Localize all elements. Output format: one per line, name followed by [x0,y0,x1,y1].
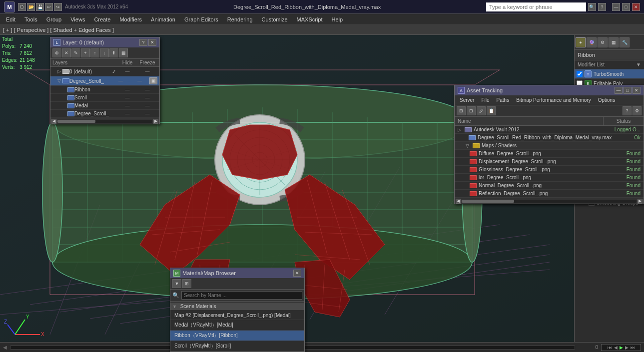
at-tool-2[interactable]: ⊡ [467,106,476,115]
at-maximize-button[interactable]: □ [624,87,632,94]
at-scroll-left[interactable]: ◀ [456,199,461,204]
at-minimize-button[interactable]: — [615,87,623,94]
rtool-2[interactable]: 🔮 [587,37,597,47]
undo-button[interactable]: ↩ [45,3,53,11]
layer-row-scroll[interactable]: Scroll — — [50,94,159,102]
menu-rendering[interactable]: Rendering [223,15,257,23]
play-next-button[interactable]: ▶ [625,345,629,350]
open-button[interactable]: 📂 [27,3,35,11]
new-button[interactable]: 🗋 [18,3,26,11]
asset-tracking-titlebar[interactable]: A Asset Tracking — □ ✕ [455,85,644,95]
layer-row-degree-scroll[interactable]: ▽ Degree_Scroll_ — — ▣ [50,76,159,86]
menu-create[interactable]: Create [90,15,114,23]
at-menu-file[interactable]: File [478,96,492,104]
mat-tool-2[interactable]: ⊞ [182,279,191,288]
play-prev-button[interactable]: ◀ [614,345,618,350]
at-menu-paths[interactable]: Paths [494,96,513,104]
layer-tool-1[interactable]: ⊕ [52,48,61,57]
rtool-4[interactable]: ▦ [609,37,619,47]
at-help-button[interactable]: ? [623,106,632,115]
at-menu-bitmap[interactable]: Bitmap Performance and Memory [513,96,594,104]
mat-item-scroll[interactable]: Scroll（VRayMtl）[Scroll] [170,341,304,352]
asset-tracking-scrollbar[interactable]: ◀ ▶ [455,198,644,204]
close-button[interactable]: ✕ [632,3,640,11]
mat-item-ribbon[interactable]: Ribbon（VRayMtl）[Ribbon] [170,331,304,341]
menu-group[interactable]: Group [42,15,66,23]
at-tool-4[interactable]: 📋 [487,106,496,115]
layer-check-degree[interactable] [104,77,111,84]
at-scroll-right[interactable]: ▶ [638,199,643,204]
modifier-list-dropdown[interactable]: ▼ [636,62,641,67]
search-input[interactable] [486,2,586,11]
menu-maxscript[interactable]: MAXScript [293,15,327,23]
help-button[interactable]: ? [598,3,606,11]
modifier-turbosmooth[interactable]: T TurboSmooth [575,69,644,79]
layer-row-ribbon[interactable]: Ribbon — — [50,86,159,94]
material-search-input[interactable] [181,291,302,300]
maximize-button[interactable]: □ [622,3,630,11]
layer-row-default[interactable]: ▷ 0 (default) ✓ — — [50,67,159,76]
at-tool-3[interactable]: 🖊 [477,106,486,115]
at-row-displacement[interactable]: Displacement_Degree_Scroll_.png Found [455,158,644,166]
at-menu-server[interactable]: Server [457,96,477,104]
layers-close-button[interactable]: ✕ [148,39,156,46]
at-row-glossiness[interactable]: Glossiness_Degree_Scroll_.png Found [455,166,644,174]
playback-controls[interactable]: ⏮ ◀ ▶ ▶ ⏭ [601,344,641,351]
menu-views[interactable]: Views [66,15,89,23]
at-scroll-track[interactable] [462,200,637,203]
layer-tool-2[interactable]: ✕ [62,48,71,57]
scroll-left-arrow[interactable]: ◀ [51,119,56,124]
scroll-right-arrow[interactable]: ▶ [153,119,158,124]
mat-item-displacement[interactable]: Map #2 (Displacement_Degree_Scroll_.png)… [170,311,304,320]
save-button[interactable]: 💾 [36,3,44,11]
at-row-ior[interactable]: ior_Degree_Scroll_.png Found [455,174,644,182]
menu-modifiers[interactable]: Modifiers [115,15,146,23]
scroll-thumb[interactable] [57,120,95,123]
minimize-button[interactable]: — [612,3,620,11]
rtool-5[interactable]: 🔧 [620,37,630,47]
layer-row-degree-scroll2[interactable]: Degree_Scroll_ — — [50,110,159,118]
at-row-reflection[interactable]: Reflection_Degree_Scroll_.png Found [455,190,644,198]
menu-animation[interactable]: Animation [147,15,179,23]
play-first-button[interactable]: ⏮ [608,345,612,350]
at-row-file[interactable]: Degree_Scroll_Red_Ribbon_with_Diploma_Me… [455,134,644,142]
play-last-button[interactable]: ⏭ [631,345,635,350]
layer-tool-5[interactable]: ↑ [90,48,99,57]
layer-expand-degree[interactable]: ▽ [57,78,62,83]
layer-tool-3[interactable]: ✎ [71,48,80,57]
modifier-turbosmooth-checkbox[interactable] [577,71,583,77]
at-row-normal[interactable]: Normal_Degree_Scroll_.png Found [455,182,644,190]
scroll-track[interactable] [57,120,152,123]
menu-customize[interactable]: Customize [258,15,292,23]
mat-tool-1[interactable]: ▼ [172,279,181,288]
layer-expand-default[interactable]: ▷ [57,69,62,74]
at-row-maps-group[interactable]: ▽ Maps / Shaders [455,142,644,150]
rtool-3[interactable]: ⚙ [598,37,608,47]
at-tool-1[interactable]: ⊞ [457,106,466,115]
redo-button[interactable]: ↪ [54,3,62,11]
at-close-button[interactable]: ✕ [633,87,641,94]
at-row-diffuse[interactable]: Diffuse_Degree_Scroll_.png Found [455,150,644,158]
layers-help-button[interactable]: ? [139,39,147,46]
play-button[interactable]: ▶ [620,345,623,350]
menu-edit[interactable]: Edit [2,15,19,23]
layers-dialog-titlebar[interactable]: L Layer: 0 (default) ? ✕ [50,37,159,47]
layer-tool-6[interactable]: ↓ [100,48,109,57]
material-browser-titlebar[interactable]: M Material/Map Browser ✕ [170,268,304,278]
rtool-1[interactable]: ● [576,37,586,47]
mat-item-medal[interactable]: Medal（VRayMtl）[Medal] [170,320,304,331]
menu-tools[interactable]: Tools [20,15,41,23]
layer-tool-8[interactable]: ▦ [119,48,128,57]
layer-row-medal[interactable]: Medal — — [50,102,159,110]
menu-help[interactable]: Help [328,15,347,23]
search-button[interactable]: 🔍 [588,3,596,11]
at-row-vault[interactable]: ▷ Autodesk Vault 2012 Logged O... [455,126,644,134]
layer-tool-7[interactable]: ⬆ [109,48,118,57]
layer-check-default[interactable]: ✓ [110,68,117,75]
mat-browser-close-button[interactable]: ✕ [293,270,301,277]
menu-graph-editors[interactable]: Graph Editors [180,15,222,23]
at-menu-options[interactable]: Options [595,96,618,104]
layer-tool-4[interactable]: + [81,48,90,57]
at-scroll-thumb[interactable] [462,200,514,203]
at-settings-button[interactable]: ⚙ [633,106,642,115]
